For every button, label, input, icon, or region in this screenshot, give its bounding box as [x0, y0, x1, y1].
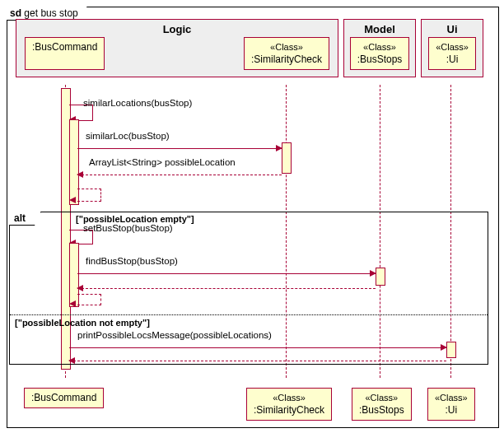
participant-label: :BusStops — [359, 404, 404, 416]
alt-guard-2: ["possibleLocation not empty"] — [15, 318, 150, 328]
arrow-icon — [77, 171, 83, 178]
return-possibleLocation: ArrayList<String> possibleLocation — [77, 169, 282, 180]
arrow-icon — [77, 285, 83, 291]
group-logic: Logic :BusCommand «Class» :SimilarityChe… — [16, 19, 338, 77]
participant-ui-top: «Class» :Ui — [428, 37, 476, 70]
participant-bus-command-top: :BusCommand — [25, 37, 105, 70]
participant-similarity-bottom: «Class» :SimilarityCheck — [246, 388, 332, 421]
participant-label: :SimilarityCheck — [251, 54, 322, 65]
bottom-participants: :BusCommand «Class» :SimilarityCheck «Cl… — [14, 388, 492, 421]
msg-similarLoc: similarLoc(busStop) — [77, 142, 282, 154]
activation-similarity — [282, 142, 292, 174]
participant-label: :BusStops — [357, 54, 403, 65]
stereotype: «Class» — [365, 393, 398, 403]
activation-ui — [446, 342, 456, 358]
msg-setBusStop: setBusStop(busStop) — [83, 223, 173, 233]
participant-label: :SimilarityCheck — [254, 404, 324, 416]
diagram-stage: Logic :BusCommand «Class» :SimilarityChe… — [7, 19, 498, 427]
participant-busstops-top: «Class» :BusStops — [350, 37, 410, 70]
group-model: Model «Class» :BusStops — [343, 19, 416, 77]
msg-similarLocations: similarLocations(busStop) — [83, 98, 192, 108]
group-ui: Ui «Class» :Ui — [421, 19, 483, 77]
msg-label: similarLoc(busStop) — [86, 131, 170, 141]
participant-label: :Ui — [446, 54, 459, 65]
msg-findBusStop: findBusStop(busStop) — [77, 268, 376, 279]
sd-keyword: sd — [10, 7, 21, 19]
stereotype: «Class» — [363, 42, 396, 52]
msg-printPossibleLocs: printPossibleLocsMessage(possibleLocatio… — [69, 342, 446, 353]
stereotype: «Class» — [273, 393, 306, 403]
group-model-label: Model — [344, 23, 415, 37]
alt-label: alt — [9, 212, 41, 226]
self-return-2 — [77, 294, 101, 305]
arrow-icon — [69, 197, 76, 203]
group-ui-label: Ui — [422, 23, 483, 37]
participant-ui-bottom: «Class» :Ui — [427, 388, 475, 421]
stereotype: «Class» — [270, 42, 303, 52]
participant-bus-command-bottom: :BusCommand — [24, 388, 104, 408]
msg-label: printPossibleLocsMessage(possibleLocatio… — [77, 330, 272, 340]
participant-similarity-top: «Class» :SimilarityCheck — [244, 37, 329, 70]
stereotype: «Class» — [436, 42, 469, 52]
stereotype: «Class» — [435, 393, 468, 403]
sd-frame: sd get bus stop Logic :BusCommand «Class… — [7, 7, 499, 428]
activation-busstops — [376, 268, 385, 286]
group-logic-label: Logic — [16, 23, 338, 37]
alt-separator — [10, 314, 488, 315]
return-printPossibleLocs — [69, 355, 446, 366]
self-return — [77, 189, 101, 202]
arrow-icon — [69, 300, 76, 307]
participant-busstops-bottom: «Class» :BusStops — [352, 388, 412, 421]
msg-label: ArrayList<String> possibleLocation — [89, 157, 236, 167]
sd-name: get bus stop — [24, 7, 77, 19]
participant-label: :Ui — [446, 404, 458, 416]
msg-label: findBusStop(busStop) — [86, 256, 178, 266]
return-findBusStop — [77, 282, 376, 294]
arrow-icon — [68, 357, 75, 364]
